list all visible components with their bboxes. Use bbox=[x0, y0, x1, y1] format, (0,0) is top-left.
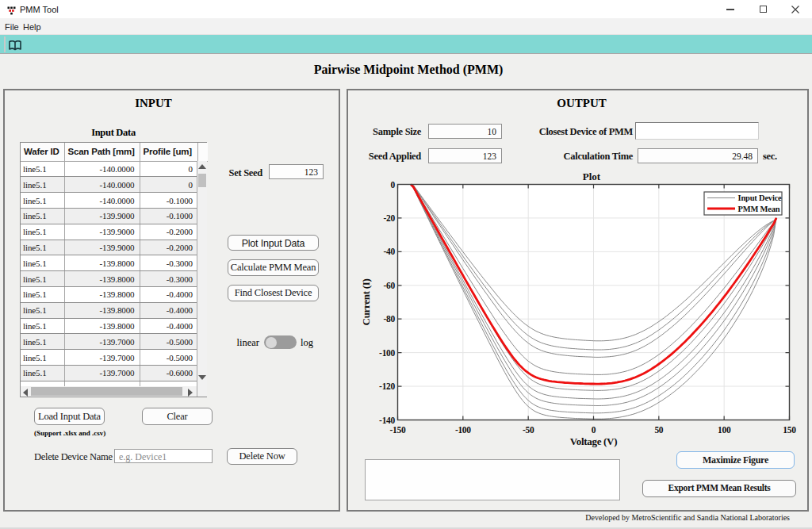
svg-text:150: 150 bbox=[783, 425, 796, 435]
svg-text:Plot: Plot bbox=[583, 171, 601, 182]
svg-text:-50: -50 bbox=[523, 425, 534, 435]
svg-text:-140: -140 bbox=[379, 416, 395, 425]
svg-text:100: 100 bbox=[718, 425, 731, 435]
svg-text:-60: -60 bbox=[384, 281, 396, 290]
svg-text:-20: -20 bbox=[384, 213, 396, 223]
svg-text:PMM Mean: PMM Mean bbox=[738, 205, 780, 213]
svg-text:Input Device: Input Device bbox=[738, 194, 783, 202]
svg-text:0: 0 bbox=[391, 180, 396, 190]
svg-text:-100: -100 bbox=[455, 425, 471, 435]
svg-text:-80: -80 bbox=[384, 314, 396, 324]
svg-text:50: 50 bbox=[654, 425, 663, 435]
svg-text:0: 0 bbox=[592, 425, 596, 435]
svg-text:Voltage (V): Voltage (V) bbox=[570, 435, 617, 447]
svg-text:-150: -150 bbox=[390, 425, 406, 435]
svg-text:-100: -100 bbox=[379, 348, 395, 358]
svg-text:-40: -40 bbox=[384, 247, 396, 256]
svg-text:Current (I): Current (I) bbox=[360, 279, 372, 326]
svg-text:-120: -120 bbox=[379, 381, 395, 391]
